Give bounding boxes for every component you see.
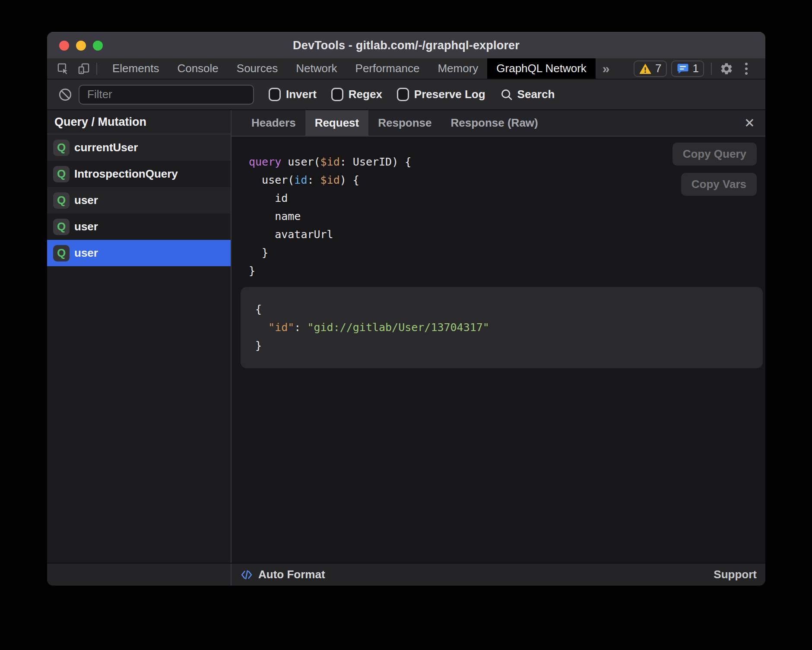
close-icon[interactable]: ✕	[744, 110, 755, 136]
tab-network[interactable]: Network	[287, 58, 346, 79]
tab-elements[interactable]: Elements	[103, 58, 168, 79]
issues-count: 1	[693, 62, 699, 75]
devtools-tab-bar: Elements Console Sources Network Perform…	[47, 58, 765, 79]
code-format-icon	[240, 568, 253, 581]
kebab-menu-icon[interactable]	[739, 61, 754, 76]
query-type-icon: Q	[53, 245, 70, 261]
tab-console[interactable]: Console	[168, 58, 227, 79]
tab-sources[interactable]: Sources	[228, 58, 287, 79]
checkbox[interactable]	[269, 88, 281, 101]
warnings-count: 7	[655, 62, 661, 75]
tab-response-raw[interactable]: Response (Raw)	[441, 110, 547, 136]
sidebar-header: Query / Mutation	[47, 110, 231, 134]
tab-performance[interactable]: Performance	[346, 58, 429, 79]
more-tabs-icon[interactable]: »	[596, 58, 617, 79]
search-icon	[500, 88, 513, 101]
copy-query-button[interactable]: Copy Query	[672, 143, 757, 166]
search-button[interactable]: Search	[500, 88, 555, 101]
status-bar-right: Auto Format Support	[232, 564, 765, 586]
vars-code: { "id": "gid://gitlab/User/13704317"}	[255, 300, 748, 355]
copy-buttons: Copy Query Copy Vars	[672, 143, 757, 196]
toolbar-separator	[96, 63, 97, 75]
query-list-item[interactable]: Q IntrospectionQuery	[47, 161, 231, 187]
query-list-item-selected[interactable]: Q user	[47, 240, 231, 266]
preserve-log-checkbox[interactable]: Preserve Log	[397, 88, 485, 101]
tab-memory[interactable]: Memory	[428, 58, 487, 79]
request-content: query user($id: UserID) { user(id: $id) …	[232, 137, 765, 563]
regex-checkbox[interactable]: Regex	[331, 88, 382, 101]
toolbar-separator	[711, 63, 712, 75]
tab-headers[interactable]: Headers	[242, 110, 305, 136]
toolbar-left-icons	[47, 58, 90, 79]
window-title: DevTools - gitlab.com/-/graphql-explorer	[47, 32, 765, 58]
variables-box: { "id": "gid://gitlab/User/13704317"}	[241, 287, 763, 368]
devtools-window: DevTools - gitlab.com/-/graphql-explorer…	[47, 32, 765, 586]
warning-icon	[639, 62, 652, 75]
issues-badge[interactable]: 1	[671, 61, 704, 77]
detail-tabs: Headers Request Response Response (Raw) …	[232, 110, 765, 137]
checkbox[interactable]	[397, 88, 409, 101]
query-type-icon: Q	[53, 140, 70, 156]
checkbox[interactable]	[331, 88, 343, 101]
query-list-sidebar: Query / Mutation Q currentUser Q Introsp…	[47, 110, 231, 563]
query-list-item[interactable]: Q user	[47, 187, 231, 213]
tab-request[interactable]: Request	[305, 110, 369, 136]
query-list-item[interactable]: Q user	[47, 213, 231, 240]
filter-input[interactable]	[79, 85, 254, 105]
support-link[interactable]: Support	[714, 568, 757, 581]
filter-bar: Invert Regex Preserve Log Search	[47, 79, 765, 110]
query-type-icon: Q	[53, 192, 70, 209]
clear-icon[interactable]	[58, 87, 73, 102]
detail-panel: Headers Request Response Response (Raw) …	[232, 110, 765, 563]
title-bar: DevTools - gitlab.com/-/graphql-explorer	[47, 32, 765, 58]
toolbar-right: 7 1	[634, 58, 765, 79]
auto-format-button[interactable]: Auto Format	[258, 568, 325, 581]
query-type-icon: Q	[53, 166, 70, 182]
query-list-item[interactable]: Q currentUser	[47, 134, 231, 161]
copy-vars-button[interactable]: Copy Vars	[681, 173, 757, 196]
inspect-element-icon[interactable]	[57, 62, 70, 75]
body: Query / Mutation Q currentUser Q Introsp…	[47, 110, 765, 563]
device-toolbar-icon[interactable]	[77, 62, 90, 75]
warnings-badge[interactable]: 7	[634, 61, 666, 77]
gear-icon[interactable]	[719, 61, 734, 76]
query-type-icon: Q	[53, 219, 70, 235]
invert-checkbox[interactable]: Invert	[269, 88, 317, 101]
tab-graphql-network[interactable]: GraphQL Network	[487, 58, 596, 79]
status-bar-left	[47, 564, 231, 586]
tab-response[interactable]: Response	[368, 110, 441, 136]
chat-icon	[676, 62, 689, 75]
status-bar: Auto Format Support	[47, 563, 765, 586]
